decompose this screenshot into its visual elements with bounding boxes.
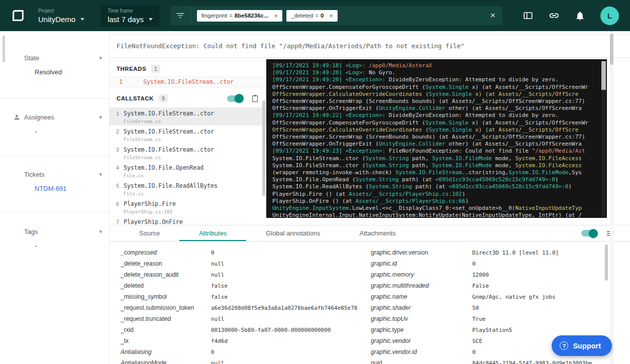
timeframe-selector[interactable]: Time frame last 7 days bbox=[100, 5, 160, 27]
attribute-row[interactable]: _txf4d6d bbox=[121, 335, 358, 346]
device-log-panel[interactable]: [09/17/2021 19:49:18] <Log>: /app0/Media… bbox=[266, 59, 607, 218]
sidebar-section-value[interactable]: NTDM-691 bbox=[35, 185, 102, 192]
filter-chip[interactable]: fingerprint=8be58236c...× bbox=[197, 10, 282, 22]
log-segment: x) (at Assets/__Scripts/OffScreenWr bbox=[469, 119, 588, 126]
attribute-row[interactable]: AntialiasingModenull bbox=[121, 357, 358, 364]
sidebar-section-header[interactable]: Tickets▾ bbox=[24, 171, 102, 178]
frame-body: System.IO.FileStream..ctorFileStream.cs bbox=[124, 110, 214, 124]
attribute-name: graphic.name bbox=[371, 293, 472, 300]
attribute-name: graphic.id bbox=[371, 260, 472, 267]
filter-chip-list: fingerprint=8be58236c...×_deleted=0× bbox=[197, 10, 483, 22]
callstack-frame[interactable]: 1System.IO.FileStream..ctorFileStream.cs bbox=[110, 107, 266, 126]
layout-columns-icon[interactable] bbox=[522, 10, 534, 21]
frame-number: 5 bbox=[116, 182, 124, 196]
chevron-down-icon: ▾ bbox=[99, 55, 102, 61]
topbar: Project UnityDemo Time frame last 7 days… bbox=[0, 0, 630, 31]
attribute-row[interactable]: _missing_symbolfalse bbox=[121, 291, 358, 302]
sidebar-section-header[interactable]: Assignees▾ bbox=[24, 113, 102, 121]
attribute-row[interactable]: guid84dc8445-2194-5f47-9983-8d9e1b3003be bbox=[371, 357, 602, 364]
frame-number: 2 bbox=[116, 128, 124, 142]
attribute-row[interactable]: _request.submission_tokena6e36d208d08f5e… bbox=[121, 302, 358, 313]
share-link-icon[interactable] bbox=[549, 10, 560, 21]
attribute-name: graphic.vendor.id bbox=[371, 348, 472, 355]
copy-callstack-icon[interactable] bbox=[251, 94, 259, 103]
remove-filter-icon[interactable]: × bbox=[272, 12, 280, 20]
sidebar-section-state: State▾Resolved bbox=[0, 37, 109, 98]
attribute-row[interactable]: _rxid00130000-5b80-fa07-0000-00000000000… bbox=[121, 324, 358, 335]
callstack-frame[interactable]: 7PlayerShip.OnFirePlayerShip.cs:66 bbox=[110, 216, 266, 225]
project-selector[interactable]: Project UnityDemo bbox=[33, 5, 89, 27]
frame-body: PlayerShip.OnFirePlayerShip.cs:66 bbox=[124, 218, 183, 225]
attribute-name: graphic.memory bbox=[371, 271, 472, 278]
callstack-frame[interactable]: 5System.IO.File.ReadAllBytesFile.cs bbox=[110, 180, 266, 198]
sidebar-section-tags: Tags▾- bbox=[0, 213, 109, 270]
attributes-scrollbar[interactable] bbox=[605, 245, 608, 281]
support-button[interactable]: ? Support bbox=[552, 335, 612, 356]
attribute-row[interactable]: _delete_reason_auditnull bbox=[121, 269, 358, 280]
callstack-toggle[interactable] bbox=[227, 95, 243, 102]
frame-file: File.cs bbox=[124, 191, 218, 196]
assignees-icon bbox=[13, 113, 21, 121]
sidebar-section-header[interactable]: State▾ bbox=[24, 54, 102, 62]
attribute-row[interactable]: graphic.multithreadedFalse bbox=[371, 280, 602, 291]
frame-function: System.IO.File.ReadAllBytes bbox=[124, 182, 218, 189]
log-scrollbar[interactable] bbox=[601, 61, 606, 90]
callstack-frame[interactable]: 2System.IO.FileStream..ctorFileStream.cs bbox=[110, 126, 266, 144]
attribute-row[interactable]: _delete_reasonnull bbox=[121, 258, 358, 269]
log-line: [09/17/2021 19:49:23] <Exception>: FileN… bbox=[272, 148, 601, 155]
filter-chip[interactable]: _deleted=0× bbox=[286, 10, 338, 22]
attribute-row[interactable]: graphic.typePlayStation5 bbox=[371, 324, 602, 335]
attribute-value: SCE bbox=[472, 338, 482, 344]
log-segment: mode, bbox=[492, 162, 515, 169]
callstack-frame[interactable]: 3System.IO.FileStream..ctorFileStream.cs bbox=[110, 144, 266, 162]
attribute-row[interactable]: graphic.id0 bbox=[371, 258, 602, 269]
attribute-row[interactable]: Antialiasing0 bbox=[121, 346, 358, 357]
sidebar-section-label: Assignees bbox=[24, 113, 54, 121]
attribute-value: null bbox=[211, 360, 225, 364]
app-logo-icon[interactable] bbox=[10, 8, 26, 24]
attribute-row[interactable]: graphic.shader50 bbox=[371, 302, 602, 313]
clear-filters-button[interactable]: × bbox=[483, 11, 502, 21]
log-line: OffScreenWrapper.OnTriggerExit (UnityEng… bbox=[272, 141, 601, 148]
frame-file: PlayerShip.cs:102 bbox=[124, 209, 176, 214]
threads-count-badge: 1 bbox=[151, 65, 160, 73]
callstack-header: CALLSTACK 9 bbox=[110, 87, 266, 107]
thread-row[interactable]: 1 System.IO.FileStream..ctor bbox=[110, 76, 266, 87]
log-segment: [09/17/2021 19:49:23] <Exception>: bbox=[272, 148, 389, 154]
attributes-toggle[interactable] bbox=[581, 230, 597, 236]
attribute-row[interactable]: graphic.memory12000 bbox=[371, 269, 602, 280]
log-segment: UnityEngine.Collider bbox=[379, 105, 445, 111]
threads-header: THREADS 1 bbox=[110, 60, 266, 76]
page-scrollbar[interactable] bbox=[610, 34, 613, 65]
log-line: OffScreenWrapper.CalculateOverrideCoordi… bbox=[272, 91, 601, 98]
log-segment: System.IO.FileStream bbox=[395, 169, 462, 176]
attribute-row[interactable]: _deletedfalse bbox=[121, 280, 358, 291]
attribute-row[interactable]: graphic.topUvTrue bbox=[371, 313, 602, 324]
log-segment: System.String bbox=[369, 183, 412, 190]
attribute-value: null bbox=[211, 261, 225, 267]
notifications-bell-icon[interactable] bbox=[575, 11, 585, 21]
topbar-actions: L bbox=[522, 7, 621, 25]
attribute-row[interactable]: _request.truncatednull bbox=[121, 313, 358, 324]
attribute-row[interactable]: _compressed0 bbox=[121, 247, 358, 258]
user-avatar[interactable]: L bbox=[600, 7, 619, 25]
tab-source[interactable]: Source bbox=[120, 225, 179, 241]
remove-filter-icon[interactable]: × bbox=[327, 12, 335, 20]
project-label: Project bbox=[38, 8, 84, 14]
sidebar-section-label: Tags bbox=[24, 228, 38, 235]
tab-global-annotations[interactable]: Global annotations bbox=[246, 225, 340, 241]
callstack-scrollbar[interactable] bbox=[262, 100, 265, 196]
attribute-name: Antialiasing bbox=[121, 348, 211, 355]
log-segment: PlayerShip.OnFire () (at bbox=[272, 198, 356, 204]
frame-body: System.IO.File.OpenReadFile.cs bbox=[124, 164, 203, 178]
tab-attributes[interactable]: Attributes bbox=[179, 225, 246, 241]
log-segment: System.String bbox=[356, 176, 399, 183]
attribute-row[interactable]: graphic.nameGnmp/Agc, native gfx jobs bbox=[371, 291, 602, 302]
sidebar-section-header[interactable]: Tags▾ bbox=[24, 228, 102, 235]
callstack-frame[interactable]: 4System.IO.File.OpenReadFile.cs bbox=[110, 162, 266, 180]
callstack-frame[interactable]: 6PlayerShip.FirePlayerShip.cs:102 bbox=[110, 198, 266, 216]
log-segment: [09/17/2021 19:49:22] <Exception>: bbox=[272, 112, 389, 118]
filter-bar[interactable]: fingerprint=8be58236c...×_deleted=0× × bbox=[171, 6, 502, 25]
attribute-row[interactable]: graphic.driver.versionDirect3D 11.0 [lev… bbox=[371, 247, 602, 258]
tab-attachments[interactable]: Attachments bbox=[340, 225, 415, 241]
